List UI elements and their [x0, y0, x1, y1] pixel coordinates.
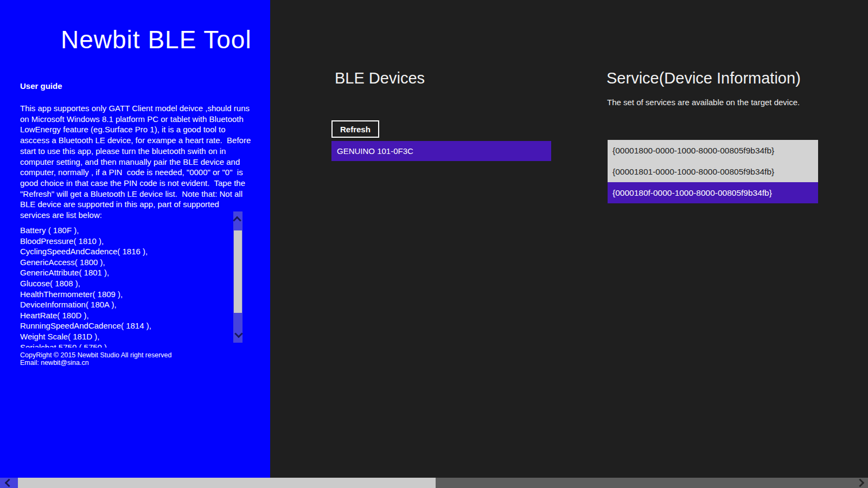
services-title: Service(Device Information) [607, 69, 801, 87]
chevron-right-icon [856, 479, 864, 487]
app-window: Newbit BLE Tool User guide This app supp… [0, 0, 868, 488]
service-list-item-selected[interactable]: {0000180f-0000-1000-8000-00805f9b34fb} [608, 182, 818, 203]
supported-service-line: HeartRate( 180D ), [20, 310, 229, 321]
supported-service-line: HealthThermometer( 1809 ), [20, 289, 229, 300]
app-title: Newbit BLE Tool [61, 25, 252, 54]
supported-service-line: GenericAccess( 1800 ), [20, 257, 229, 268]
refresh-button[interactable]: Refresh [331, 120, 379, 138]
services-subtitle: The set of services are available on the… [607, 98, 800, 107]
device-list-item[interactable]: GENUINO 101-0F3C [331, 141, 551, 161]
supported-service-line: GenericAttribute( 1801 ), [20, 267, 229, 278]
horizontal-scrollbar[interactable] [0, 478, 868, 488]
scroll-right-button[interactable] [852, 478, 868, 488]
service-list-item[interactable]: {00001800-0000-1000-8000-00805f9b34fb} [608, 140, 818, 161]
scroll-down-button[interactable] [233, 325, 242, 343]
email-text: Email: newbit@sina.cn [20, 359, 89, 367]
service-uuid: {00001800-0000-1000-8000-00805f9b34fb} [612, 146, 774, 156]
scroll-up-button[interactable] [233, 211, 242, 229]
service-uuid: {0000180f-0000-1000-8000-00805f9b34fb} [612, 188, 772, 198]
supported-service-line: BloodPressure( 1810 ), [20, 236, 229, 247]
horizontal-scrollbar-thumb[interactable] [18, 478, 436, 488]
user-guide-text: This app supportes only GATT Client mode… [20, 103, 251, 221]
chevron-up-icon [233, 216, 241, 225]
ble-devices-title: BLE Devices [335, 69, 425, 87]
copyright-text: CopyRight © 2015 Newbit Studio All right… [20, 351, 172, 359]
scroll-left-button[interactable] [0, 478, 18, 488]
supported-service-line: CyclingSpeedAndCadence( 1816 ), [20, 246, 229, 257]
chevron-down-icon [234, 330, 243, 338]
guide-vertical-scrollbar[interactable] [233, 211, 242, 343]
supported-service-line: Weight Scale( 181D ), [20, 331, 229, 342]
device-name: GENUINO 101-0F3C [337, 146, 413, 156]
service-list-item[interactable]: {00001801-0000-1000-8000-00805f9b34fb} [608, 161, 818, 182]
supported-service-line: RunningSpeedAndCadence( 1814 ), [20, 320, 229, 331]
supported-service-line: Battery ( 180F ), [20, 225, 229, 236]
supported-service-line-clipped: Serialchat 5750 ( 5750 ), [20, 342, 229, 348]
vertical-scrollbar-thumb[interactable] [234, 230, 242, 313]
services-listbox: {00001800-0000-1000-8000-00805f9b34fb} {… [608, 140, 818, 203]
service-uuid: {00001801-0000-1000-8000-00805f9b34fb} [612, 167, 774, 177]
supported-service-line: DeviceInformation( 180A ), [20, 299, 229, 310]
supported-service-line: Glucose( 1808 ), [20, 278, 229, 289]
user-guide-heading: User guide [20, 81, 62, 91]
supported-services-list: Battery ( 180F ), BloodPressure( 1810 ),… [20, 225, 229, 348]
chevron-left-icon [5, 479, 14, 487]
guide-panel: Newbit BLE Tool User guide This app supp… [0, 0, 270, 478]
